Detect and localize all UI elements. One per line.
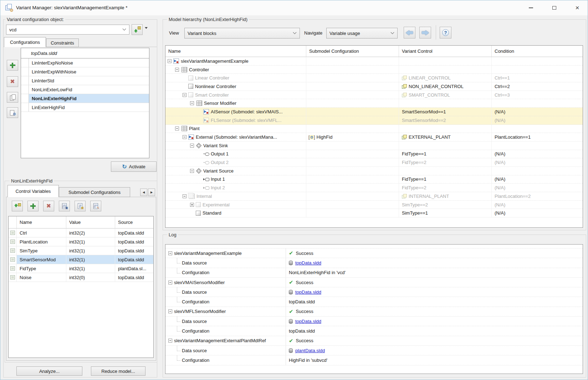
log-row[interactable]: Data sourcetopData.sldd <box>165 287 583 297</box>
import-variables-button[interactable] <box>12 201 23 211</box>
log-row[interactable]: slexVariantManagementExample✔Success <box>165 248 583 258</box>
copy-configuration-button[interactable] <box>7 92 18 103</box>
titlebar: ⚙ Variant Manager: slexVariantManagement… <box>0 0 588 15</box>
tree-expander-minus-icon[interactable] <box>175 68 179 72</box>
log-row[interactable]: Data sourceplantData.sldd <box>165 346 583 355</box>
database-icon <box>289 348 293 353</box>
data-source-link[interactable]: topData.sldd <box>295 319 321 324</box>
log-item-cell: slexVMFLSensorModifier <box>165 307 286 316</box>
reduce-model-button[interactable]: Reduce model... <box>91 366 145 376</box>
export-variables-button[interactable]: 1001▦ <box>75 201 86 211</box>
tab-configurations[interactable]: Configurations <box>4 37 46 47</box>
tree-name-cell: FLSensor (Submodel: slexVMFL... <box>165 116 306 124</box>
tree-row[interactable]: Controller <box>165 66 583 74</box>
tab-scroll-left-button[interactable]: ◀ <box>140 189 147 196</box>
variable-row[interactable]: Noiseint32(0)topData.sldd <box>9 273 153 282</box>
log-row[interactable]: slexVMAISensorModifier✔Success <box>165 278 583 287</box>
tree-expander-minus-icon[interactable] <box>168 339 172 343</box>
tree-expander-minus-icon[interactable] <box>183 194 186 198</box>
edit-variables-button[interactable]: 10101✎ <box>90 201 101 211</box>
variable-row[interactable]: Ctrlint32(2)topData.sldd <box>9 228 153 237</box>
tree-expander-minus-icon[interactable] <box>183 93 186 97</box>
log-row[interactable]: ConfigurationtopData.sldd <box>165 326 583 336</box>
activate-label: Activate <box>129 164 145 169</box>
data-source-link[interactable]: topData.sldd <box>295 260 321 266</box>
add-configuration-button[interactable] <box>7 60 18 71</box>
config-list-item[interactable]: NonLinExterLowFid <box>21 85 149 94</box>
tree-row[interactable]: Output 1FidType==1(N/A) <box>165 150 583 159</box>
tree-row[interactable]: External (Submodel: slexVariantMana...[⚙… <box>165 133 583 142</box>
tree-expander-minus-icon[interactable] <box>168 281 172 284</box>
col-source: Source <box>115 216 153 228</box>
export-config-button[interactable] <box>132 24 143 35</box>
delete-configuration-button[interactable]: ✖ <box>7 76 18 87</box>
tree-row[interactable]: Nonlinear ControllerNON_LINEAR_CONTROLCt… <box>165 82 583 91</box>
variable-row[interactable]: PlantLocationint32(1)topData.sldd <box>9 237 153 246</box>
tree-expander-plus-icon[interactable] <box>190 203 194 207</box>
variable-row[interactable]: FidTypeint32(1)plantData.sl... <box>9 264 153 273</box>
tree-row[interactable]: StandardSimType==1(N/A) <box>165 209 583 217</box>
minimize-button[interactable] <box>525 2 537 13</box>
tree-row[interactable]: FLSensor (Submodel: slexVMFL...SmartSens… <box>165 116 583 125</box>
tree-expander-minus-icon[interactable] <box>190 169 194 173</box>
log-status-text: Success <box>296 251 313 256</box>
config-object-combo[interactable]: vcd <box>6 25 129 35</box>
tab-submodel-configurations[interactable]: Submodel Configurations <box>59 187 130 197</box>
view-combo[interactable]: Variant blocks <box>184 28 300 38</box>
navigate-forward-button[interactable] <box>419 27 431 38</box>
close-button[interactable]: × <box>572 2 583 13</box>
tree-row[interactable]: Output 2FidType==2(N/A) <box>165 158 583 167</box>
tree-expander-minus-icon[interactable] <box>183 135 186 139</box>
tab-constraints[interactable]: Constraints <box>46 38 79 47</box>
variable-row[interactable]: SimTypeint32(1)topData.sldd <box>9 246 153 255</box>
log-row[interactable]: ConfigurationtopData.sldd <box>165 297 583 307</box>
log-row[interactable]: slexVariantManagementExternalPlantMdlRef… <box>165 336 583 346</box>
tree-row[interactable]: Smart ControllerSMART_CONTROLCtrl==3 <box>165 91 583 99</box>
tree-expander-minus-icon[interactable] <box>168 59 172 63</box>
tree-expander-minus-icon[interactable] <box>190 144 194 148</box>
tree-expander-minus-icon[interactable] <box>168 251 172 255</box>
set-default-configuration-button[interactable]: ⚙ <box>7 107 18 118</box>
log-row[interactable]: Data sourcetopData.sldd <box>165 258 583 268</box>
tree-row[interactable]: Plant <box>165 125 583 133</box>
tab-control-variables[interactable]: Control Variables <box>7 185 59 197</box>
tree-expander-minus-icon[interactable] <box>168 309 172 313</box>
tree-row[interactable]: ExperimentalSimType==2(N/A) <box>165 201 583 209</box>
config-list-item[interactable]: NonLinExterHighFid <box>21 94 149 103</box>
tree-row[interactable]: Linear ControllerLINEAR_CONTROLCtrl==1 <box>165 74 583 82</box>
tree-node-label: Input 2 <box>211 185 225 190</box>
maximize-button[interactable] <box>548 2 560 13</box>
export-menu-caret[interactable] <box>145 29 148 34</box>
log-row[interactable]: slexVMFLSensorModifier✔Success <box>165 307 583 317</box>
help-button[interactable]: ? <box>440 27 451 38</box>
activate-button[interactable]: ↻ Activate <box>111 161 157 172</box>
analyze-button[interactable]: Analyze... <box>16 366 82 376</box>
tree-row[interactable]: Variant Sink <box>165 142 583 150</box>
log-row[interactable]: ConfigurationNonLinExterHighFid in 'vcd' <box>165 268 583 278</box>
data-source-link[interactable]: plantData.sldd <box>295 348 325 353</box>
config-list-item[interactable]: LinExterHighFid <box>21 103 149 112</box>
navigate-back-button[interactable] <box>404 27 415 38</box>
tree-expander-minus-icon[interactable] <box>190 101 194 105</box>
variable-row[interactable]: SmartSensorModint32(1)topData.sldd <box>9 255 153 264</box>
tree-row[interactable]: Input 2FidType==2(N/A) <box>165 184 583 192</box>
data-source-link[interactable]: topData.sldd <box>295 289 321 295</box>
log-row[interactable]: ConfigurationHighFid in 'subvcd' <box>165 355 583 365</box>
config-list-item[interactable]: LinInterStd <box>21 76 149 85</box>
tree-row[interactable]: Input 1FidType==1(N/A) <box>165 175 583 184</box>
tab-scroll-right-button[interactable]: ▶ <box>148 189 155 196</box>
tree-row[interactable]: Sensor Modifier <box>165 99 583 108</box>
config-list-item[interactable]: LinInterExpNoNoise <box>21 58 149 67</box>
navigate-combo[interactable]: Variable usage <box>326 28 398 38</box>
tree-row[interactable]: slexVariantManagementExample <box>165 57 583 66</box>
config-list-item[interactable]: LinInterExpWithNoise <box>21 67 149 76</box>
log-row[interactable]: Data sourcetopData.sldd <box>165 317 583 326</box>
delete-variable-button[interactable]: ✖ <box>43 201 54 211</box>
log-item-cell: Data source <box>165 317 286 326</box>
tree-row[interactable]: Variant Source <box>165 167 583 175</box>
copy-variables-button[interactable]: 101010▣ <box>59 201 70 211</box>
tree-row[interactable]: InternalINTERNAL_PLANTPlantLocation==2 <box>165 192 583 201</box>
tree-row[interactable]: AISensor (Submodel: slexVMAIS...SmartSen… <box>165 108 583 116</box>
tree-expander-minus-icon[interactable] <box>175 127 179 130</box>
add-variable-button[interactable] <box>27 201 39 211</box>
